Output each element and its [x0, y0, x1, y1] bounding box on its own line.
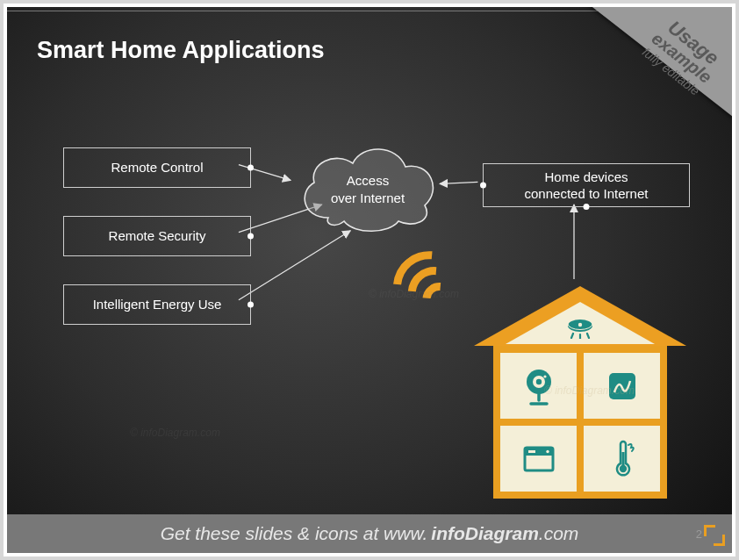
- box-label: Intelligent Energy Use: [93, 296, 222, 313]
- svg-line-3: [440, 182, 477, 183]
- box-label: Home devices connected to Internet: [525, 169, 649, 203]
- connector-dot: [480, 183, 486, 189]
- box-label: Remote Security: [109, 227, 206, 245]
- smoke-detector-icon: [474, 318, 686, 342]
- connector-dot: [248, 233, 254, 240]
- watermark: © infoDiagram.com: [544, 384, 635, 397]
- slide-title: Smart Home Applications: [37, 37, 325, 64]
- thermometer-icon: [608, 440, 636, 478]
- svg-point-10: [535, 378, 541, 384]
- dishwasher-icon: [521, 444, 556, 474]
- watermark: © infoDiagram.com: [369, 288, 459, 300]
- box-home-devices: Home devices connected to Internet: [483, 163, 690, 207]
- connector-dot: [248, 302, 254, 308]
- footer-suffix: .com: [539, 523, 579, 544]
- wifi-signal-icon: [382, 242, 470, 330]
- svg-rect-18: [621, 452, 624, 468]
- slide: Usage example fully editable Smart Home …: [7, 7, 732, 553]
- image-frame: Usage example fully editable Smart Home …: [0, 0, 739, 560]
- box-remote-control: Remote Control: [63, 147, 251, 188]
- svg-line-2: [239, 231, 350, 300]
- watermark: © infoDiagram.com: [130, 427, 220, 439]
- footer-bar: Get these slides & icons at www. infoDia…: [7, 514, 732, 553]
- svg-point-15: [546, 449, 549, 452]
- house-rooms: [493, 346, 667, 499]
- svg-point-11: [543, 375, 546, 377]
- svg-point-7: [578, 323, 582, 327]
- footer-prefix: Get these slides & icons at www.: [161, 523, 428, 544]
- connector-dot: [248, 165, 254, 171]
- svg-rect-16: [528, 450, 535, 453]
- box-remote-security: Remote Security: [63, 216, 251, 256]
- cloud-shape: Access over Internet: [293, 137, 442, 233]
- page-number: 2: [696, 528, 702, 541]
- connector-dot: [584, 204, 590, 210]
- box-intelligent-energy: Intelligent Energy Use: [63, 284, 251, 325]
- footer-bold: infoDiagram: [431, 523, 539, 544]
- corner-bracket-icon: [704, 525, 725, 546]
- room-bottom-right: [584, 426, 660, 492]
- room-bottom-left: [500, 426, 577, 492]
- box-label: Remote Control: [111, 159, 203, 176]
- cloud-label: Access over Internet: [293, 172, 442, 206]
